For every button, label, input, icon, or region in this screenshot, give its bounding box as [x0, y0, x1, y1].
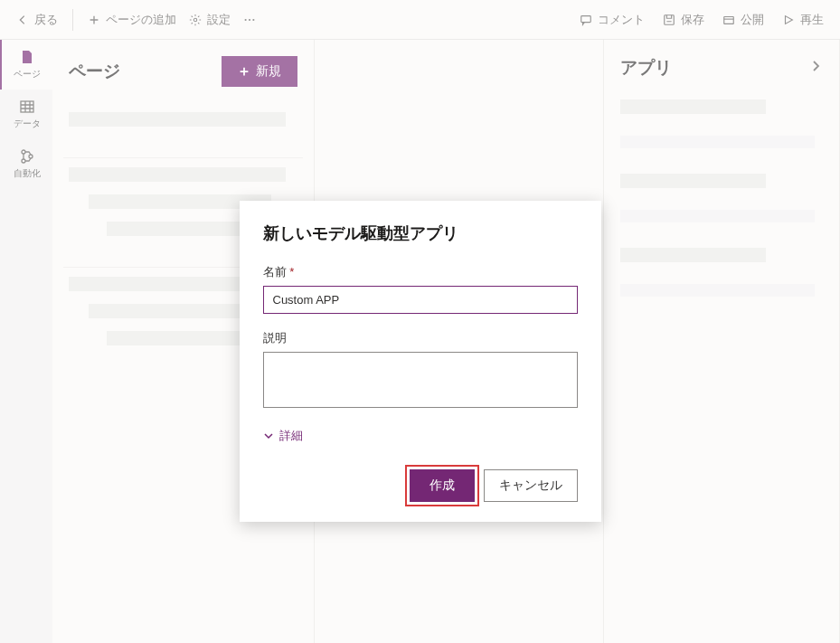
description-label: 説明	[263, 330, 578, 346]
chevron-down-icon	[263, 430, 274, 441]
cancel-button[interactable]: キャンセル	[484, 469, 578, 502]
modal-title: 新しいモデル駆動型アプリ	[263, 222, 578, 244]
name-input[interactable]	[263, 286, 578, 314]
details-toggle[interactable]: 詳細	[263, 428, 578, 444]
name-label: 名前 *	[263, 264, 578, 280]
create-button[interactable]: 作成	[410, 469, 475, 502]
new-app-modal: 新しいモデル駆動型アプリ 名前 * 説明 詳細 作成 キャンセル	[240, 201, 601, 522]
modal-overlay: 新しいモデル駆動型アプリ 名前 * 説明 詳細 作成 キャンセル	[0, 0, 840, 643]
details-label: 詳細	[279, 428, 303, 444]
description-input[interactable]	[263, 352, 578, 408]
